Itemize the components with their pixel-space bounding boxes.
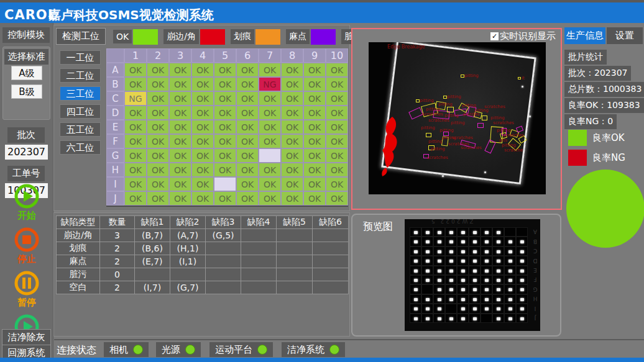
grid-cell-B2[interactable]: OK [147, 77, 169, 91]
grid-cell-C8[interactable]: OK [281, 91, 303, 106]
grid-cell-A2[interactable]: OK [147, 63, 169, 77]
grid-cell-G9[interactable]: OK [303, 148, 326, 163]
grid-cell-G5[interactable]: OK [214, 148, 236, 163]
grid-cell-H4[interactable]: OK [191, 163, 214, 177]
grid-cell-A1[interactable]: OK [124, 63, 147, 77]
realtime-display-checkbox[interactable]: ✓ 实时识别显示 [490, 30, 556, 42]
stop-button[interactable]: 停止 [0, 227, 53, 265]
grid-cell-I4[interactable]: OK [191, 177, 214, 191]
grid-cell-A4[interactable]: OK [191, 63, 214, 77]
pause-button[interactable]: 暂停 [0, 270, 53, 309]
grid-cell-I3[interactable]: OK [169, 177, 191, 191]
grid-cell-A6[interactable]: OK [236, 63, 259, 77]
grid-cell-I5[interactable] [214, 177, 236, 191]
grid-cell-D3[interactable]: OK [169, 106, 191, 120]
grid-cell-I9[interactable]: OK [303, 177, 326, 191]
grid-cell-B1[interactable]: OK [124, 77, 147, 91]
grid-cell-E4[interactable]: OK [191, 120, 214, 134]
grid-cell-D6[interactable]: OK [236, 106, 259, 120]
grid-cell-C7[interactable]: OK [259, 91, 281, 106]
grid-cell-J5[interactable]: OK [214, 191, 236, 206]
grid-cell-C4[interactable]: OK [191, 91, 214, 106]
grid-cell-C9[interactable]: OK [303, 91, 326, 106]
grid-cell-B8[interactable]: OK [281, 77, 303, 91]
grid-cell-E7[interactable]: OK [259, 120, 281, 134]
grid-cell-H1[interactable]: OK [124, 163, 147, 177]
grid-cell-H3[interactable]: OK [169, 163, 191, 177]
grid-cell-I1[interactable]: OK [124, 177, 147, 191]
grid-cell-H10[interactable]: OK [326, 163, 348, 177]
standard-option-A级[interactable]: A级 [11, 66, 42, 80]
grid-cell-F10[interactable]: OK [326, 134, 348, 148]
grid-cell-F6[interactable]: OK [236, 134, 259, 148]
grid-cell-H8[interactable]: OK [281, 163, 303, 177]
grid-cell-J1[interactable]: OK [124, 191, 147, 206]
station-item-一工位[interactable]: 一工位 [60, 50, 101, 65]
grid-cell-B5[interactable]: OK [214, 77, 236, 91]
start-button[interactable]: 开始 [0, 183, 53, 222]
standard-option-B级[interactable]: B级 [11, 84, 42, 99]
grid-cell-C2[interactable]: OK [147, 91, 169, 106]
grid-cell-D1[interactable]: OK [124, 106, 147, 120]
grid-cell-A9[interactable]: OK [303, 63, 326, 77]
grid-cell-F7[interactable]: OK [259, 134, 281, 148]
grid-cell-E6[interactable]: OK [236, 120, 259, 134]
grid-cell-J8[interactable]: OK [281, 191, 303, 206]
grid-cell-B3[interactable]: OK [169, 77, 191, 91]
grid-cell-G10[interactable]: OK [326, 148, 348, 163]
station-item-六工位[interactable]: 六工位 [60, 140, 101, 155]
grid-cell-D7[interactable]: OK [259, 106, 281, 120]
tab-settings[interactable]: 设置 [607, 27, 643, 44]
grid-cell-G2[interactable]: OK [147, 148, 169, 163]
station-item-五工位[interactable]: 五工位 [60, 122, 101, 137]
grid-cell-E9[interactable]: OK [303, 120, 326, 134]
grid-cell-I2[interactable]: OK [147, 177, 169, 191]
grid-cell-H2[interactable]: OK [147, 163, 169, 177]
grid-cell-E2[interactable]: OK [147, 120, 169, 134]
grid-cell-D5[interactable]: OK [214, 106, 236, 120]
grid-cell-A10[interactable]: OK [326, 63, 348, 77]
grid-cell-C10[interactable]: OK [326, 91, 348, 106]
grid-cell-I7[interactable]: OK [259, 177, 281, 191]
grid-cell-J10[interactable]: OK [326, 191, 348, 206]
clean-dust-button[interactable]: 洁净除灰 [2, 329, 51, 346]
grid-cell-B4[interactable]: OK [191, 77, 214, 91]
grid-cell-G3[interactable]: OK [169, 148, 191, 163]
grid-cell-D10[interactable]: OK [326, 106, 348, 120]
grid-cell-F5[interactable]: OK [214, 134, 236, 148]
grid-cell-D2[interactable]: OK [147, 106, 169, 120]
grid-cell-F3[interactable]: OK [169, 134, 191, 148]
grid-cell-I8[interactable]: OK [281, 177, 303, 191]
grid-cell-E1[interactable]: OK [124, 120, 147, 134]
grid-cell-B7[interactable]: NG [259, 77, 281, 91]
grid-cell-A3[interactable]: OK [169, 63, 191, 77]
grid-cell-E10[interactable]: OK [326, 120, 348, 134]
grid-cell-A8[interactable]: OK [281, 63, 303, 77]
grid-cell-A5[interactable]: OK [214, 63, 236, 77]
grid-cell-J3[interactable]: OK [169, 191, 191, 206]
station-item-二工位[interactable]: 二工位 [60, 68, 101, 83]
grid-cell-G7[interactable] [259, 148, 281, 163]
grid-cell-B6[interactable]: OK [236, 77, 259, 91]
grid-cell-F2[interactable]: OK [147, 134, 169, 148]
grid-cell-H6[interactable]: OK [236, 163, 259, 177]
grid-cell-J7[interactable]: OK [259, 191, 281, 206]
grid-cell-B10[interactable]: OK [326, 77, 348, 91]
grid-cell-E3[interactable]: OK [169, 120, 191, 134]
grid-cell-E5[interactable]: OK [214, 120, 236, 134]
grid-cell-A7[interactable]: OK [259, 63, 281, 77]
grid-cell-F1[interactable]: OK [124, 134, 147, 148]
grid-cell-J9[interactable]: OK [303, 191, 326, 206]
station-item-四工位[interactable]: 四工位 [60, 104, 101, 119]
tab-production-info[interactable]: 生产信息 [564, 27, 605, 44]
grid-cell-E8[interactable]: OK [281, 120, 303, 134]
grid-cell-D8[interactable]: OK [281, 106, 303, 120]
grid-cell-G1[interactable]: OK [124, 148, 147, 163]
grid-cell-D4[interactable]: OK [191, 106, 214, 120]
grid-cell-J4[interactable]: OK [191, 191, 214, 206]
grid-cell-C3[interactable]: OK [169, 91, 191, 106]
grid-cell-J6[interactable]: OK [236, 191, 259, 206]
grid-cell-H7[interactable]: OK [259, 163, 281, 177]
grid-cell-F8[interactable]: OK [281, 134, 303, 148]
grid-cell-H5[interactable]: OK [214, 163, 236, 177]
